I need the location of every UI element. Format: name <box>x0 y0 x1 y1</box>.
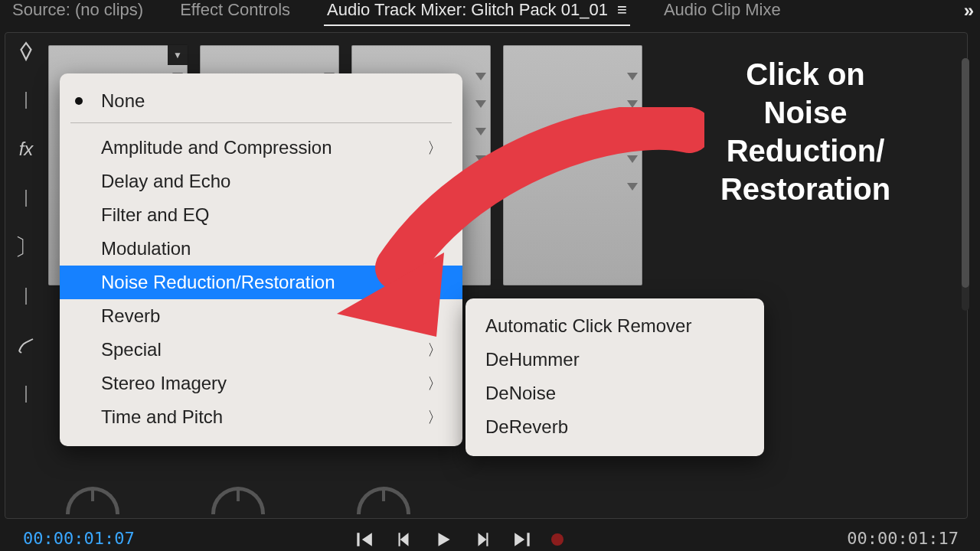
tabs-overflow-icon[interactable]: » <box>964 0 974 21</box>
slot-row-arrow-icon[interactable] <box>475 155 486 163</box>
menu-item-label: Delay and Echo <box>101 171 230 192</box>
slot-row-arrow-icon[interactable] <box>627 155 638 163</box>
fx-toolstrip: fx 〕 <box>11 40 41 403</box>
chevron-right-icon: 〉 <box>427 340 443 360</box>
goto-out-icon[interactable] <box>511 530 534 549</box>
menu-item-filter-eq[interactable]: Filter and EQ 〉 <box>60 198 462 232</box>
pen-icon[interactable] <box>15 334 38 357</box>
bullet-icon <box>75 97 83 105</box>
app-root: Source: (no clips) Effect Controls Audio… <box>0 0 980 551</box>
menu-item-label: Modulation <box>101 238 191 259</box>
menu-item-noise-reduction[interactable]: Noise Reduction/Restoration 〉 <box>60 266 462 299</box>
slot-handles <box>475 73 486 191</box>
toolstrip-divider <box>25 190 27 207</box>
menu-item-label: Filter and EQ <box>101 204 209 226</box>
menu-item-stereo-imagery[interactable]: Stereo Imagery 〉 <box>60 367 462 400</box>
annotation-line: Click on <box>668 55 943 93</box>
submenu-item-denoise[interactable]: DeNoise <box>466 377 764 410</box>
menu-item-amplitude[interactable]: Amplitude and Compression 〉 <box>60 131 462 165</box>
menu-item-label: DeHummer <box>485 349 580 370</box>
submenu-item-dehummer[interactable]: DeHummer <box>466 343 764 377</box>
effects-context-menu: None Amplitude and Compression 〉 Delay a… <box>60 73 462 446</box>
pan-knob[interactable] <box>211 487 265 514</box>
tab-source[interactable]: Source: (no clips) <box>9 0 146 24</box>
menu-item-label: Stereo Imagery <box>101 373 227 394</box>
step-back-icon[interactable] <box>392 530 415 549</box>
menu-item-delay[interactable]: Delay and Echo <box>60 165 462 198</box>
timecode-current[interactable]: 00:00:01:07 <box>23 529 135 548</box>
submenu-item-auto-click-remover[interactable]: Automatic Click Remover <box>466 309 764 343</box>
menu-item-label: Noise Reduction/Restoration <box>101 272 335 293</box>
menu-separator <box>70 122 452 123</box>
panel-tabbar: Source: (no clips) Effect Controls Audio… <box>0 0 980 23</box>
slot-row-arrow-icon[interactable] <box>475 100 486 108</box>
menu-item-none[interactable]: None <box>60 84 462 118</box>
menu-item-special[interactable]: Special 〉 <box>60 333 462 367</box>
chevron-right-icon: 〉 <box>427 239 443 259</box>
menu-item-label: Time and Pitch <box>101 406 223 428</box>
pan-knob[interactable] <box>357 487 410 514</box>
menu-item-label: Special <box>101 339 162 360</box>
step-forward-icon[interactable] <box>472 530 495 549</box>
effect-slot-track4[interactable] <box>502 44 643 286</box>
slot-row-arrow-icon[interactable] <box>627 73 638 80</box>
toolstrip-divider <box>25 92 27 109</box>
goto-in-icon[interactable] <box>352 530 375 549</box>
menu-item-label: DeReverb <box>485 416 568 438</box>
annotation-line: Restoration <box>668 170 943 208</box>
panel-menu-icon[interactable]: ≡ <box>617 0 627 19</box>
menu-item-label: DeNoise <box>485 383 556 404</box>
chevron-right-icon: 〉 <box>427 138 443 158</box>
chevron-right-icon: 〉 <box>427 407 443 428</box>
panel-scrollbar[interactable] <box>962 58 969 311</box>
menu-item-label: Amplitude and Compression <box>101 137 332 158</box>
slot-handles <box>627 73 638 191</box>
chevron-right-icon: 〉 <box>427 272 443 293</box>
slot-row-arrow-icon[interactable] <box>627 128 638 135</box>
effect-slot-dropdown-icon[interactable]: ▼ <box>168 45 188 65</box>
chevron-right-icon: 〉 <box>427 306 443 327</box>
slot-row-arrow-icon[interactable] <box>627 183 638 191</box>
tab-audio-track-mixer-label: Audio Track Mixer: Glitch Pack 01_01 <box>327 0 608 19</box>
annotation-line: Noise <box>668 93 943 132</box>
pan-knobs-row <box>66 487 410 514</box>
fx-icon[interactable]: fx <box>15 138 38 161</box>
submenu-item-dereverb[interactable]: DeReverb <box>466 410 764 444</box>
effects-toggle-icon[interactable] <box>15 40 38 63</box>
chevron-right-icon: 〉 <box>427 373 443 394</box>
tab-effect-controls[interactable]: Effect Controls <box>177 0 293 24</box>
menu-item-time-pitch[interactable]: Time and Pitch 〉 <box>60 400 462 434</box>
play-icon[interactable] <box>432 530 455 549</box>
menu-item-reverb[interactable]: Reverb 〉 <box>60 299 462 333</box>
transport-bar: 00:00:01:07 00:00:01:17 <box>0 525 980 551</box>
scrollbar-thumb[interactable] <box>962 58 969 288</box>
menu-item-label: Reverb <box>101 305 160 327</box>
annotation-text: Click on Noise Reduction/ Restoration <box>668 55 943 208</box>
annotation-line: Reduction/ <box>668 132 943 170</box>
sends-bracket-icon[interactable]: 〕 <box>15 236 38 259</box>
menu-item-modulation[interactable]: Modulation 〉 <box>60 232 462 266</box>
slot-row-arrow-icon[interactable] <box>627 100 638 108</box>
record-icon[interactable] <box>551 533 564 546</box>
slot-row-arrow-icon[interactable] <box>475 73 486 80</box>
tab-audio-track-mixer[interactable]: Audio Track Mixer: Glitch Pack 01_01 ≡ <box>324 0 630 26</box>
tab-audio-clip-mixer[interactable]: Audio Clip Mixe <box>661 0 784 24</box>
slot-row-arrow-icon[interactable] <box>475 183 486 191</box>
transport-controls <box>352 530 564 549</box>
toolstrip-divider <box>25 288 27 305</box>
timecode-duration: 00:00:01:17 <box>847 529 959 548</box>
chevron-right-icon: 〉 <box>427 205 443 226</box>
pan-knob[interactable] <box>66 487 119 514</box>
menu-item-label: None <box>101 90 145 112</box>
menu-item-label: Automatic Click Remover <box>485 315 691 337</box>
noise-reduction-submenu: Automatic Click Remover DeHummer DeNoise… <box>466 298 764 456</box>
toolstrip-divider <box>25 386 27 403</box>
slot-row-arrow-icon[interactable] <box>475 128 486 135</box>
